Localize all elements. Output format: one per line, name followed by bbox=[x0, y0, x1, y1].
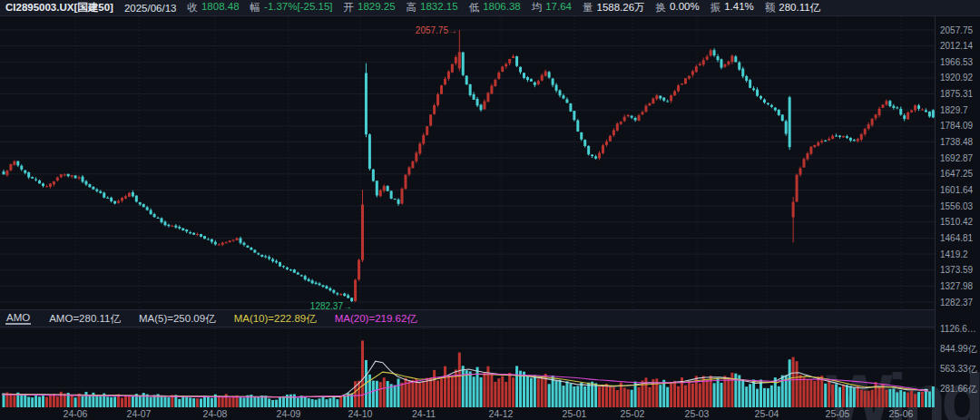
stat-value: 1832.15 bbox=[420, 1, 458, 15]
stat-label: 高 bbox=[407, 1, 417, 15]
price-axis-label: 1373.59 bbox=[940, 265, 973, 275]
price-axis-label: 1601.64 bbox=[940, 185, 973, 195]
stat-value: 0.00% bbox=[670, 1, 700, 15]
price-axis-label: 1419.2 bbox=[940, 249, 968, 259]
stat-value: 1806.38 bbox=[483, 1, 521, 15]
time-axis-label: 25-01 bbox=[563, 408, 587, 419]
price-axis-label: 1647.25 bbox=[940, 169, 973, 179]
stat-量: 量1588.26万 bbox=[583, 1, 645, 15]
time-axis-label: 24-11 bbox=[412, 408, 436, 419]
kline-chart[interactable] bbox=[0, 0, 980, 420]
stat-label: 额 bbox=[765, 1, 776, 15]
amo-value: MA(10)=222.89亿 bbox=[234, 312, 317, 326]
stat-振: 振1.41% bbox=[710, 1, 754, 15]
price-axis-label: 1966.53 bbox=[940, 57, 973, 67]
stat-label: 振 bbox=[710, 1, 721, 15]
price-axis-label: 1784.09 bbox=[940, 121, 973, 131]
stat-换: 换0.00% bbox=[656, 1, 700, 15]
header-bar: CI2895003.UX[国建50] 2025/06/13 收1808.48幅-… bbox=[0, 0, 980, 16]
volume-axis-label: 281.66亿 bbox=[940, 383, 977, 396]
price-axis-label: 2057.75 bbox=[940, 25, 973, 35]
price-axis-label: 1556.03 bbox=[940, 201, 973, 211]
price-axis-label: 1738.48 bbox=[940, 137, 973, 147]
stat-value: 1829.25 bbox=[358, 1, 396, 15]
price-axis-label: 1510.42 bbox=[940, 217, 973, 227]
stat-低: 低1806.38 bbox=[469, 1, 521, 15]
stat-value: 17.64 bbox=[545, 1, 572, 15]
price-axis-label: 1875.31 bbox=[940, 89, 973, 99]
amo-value: AMO=280.11亿 bbox=[49, 312, 121, 326]
time-axis-label: 24-12 bbox=[489, 408, 514, 419]
amo-values: AMO=280.11亿MA(5)=250.09亿MA(10)=222.89亿MA… bbox=[49, 312, 417, 326]
volume-axis-label: 844.99亿 bbox=[940, 343, 977, 356]
price-axis-label: 1327.98 bbox=[940, 281, 973, 291]
stat-value: 1588.26万 bbox=[597, 1, 645, 15]
stat-value: -1.37%[-25.15] bbox=[264, 1, 332, 15]
time-axis-label: 25-06 bbox=[889, 408, 914, 419]
amo-value: MA(5)=250.09亿 bbox=[139, 312, 216, 326]
amo-value: MA(20)=219.62亿 bbox=[335, 312, 417, 326]
low-price-annotation: 1282.37→ bbox=[310, 301, 352, 311]
stat-label: 均 bbox=[532, 1, 543, 15]
stat-额: 额280.11亿 bbox=[765, 1, 820, 15]
time-axis-label: 24-07 bbox=[127, 408, 152, 419]
trading-terminal-window: Wind CI2895003.UX[国建50] 2025/06/13 收1808… bbox=[0, 0, 980, 420]
time-axis-label: 25-02 bbox=[621, 408, 645, 419]
stat-开: 开1829.25 bbox=[343, 1, 395, 15]
price-axis-label: 1282.37 bbox=[940, 298, 973, 308]
amo-indicator-bar: AMO AMO=280.11亿MA(5)=250.09亿MA(10)=222.8… bbox=[0, 309, 935, 327]
quote-stats: 收1808.48幅-1.37%[-25.15]开1829.25高1832.15低… bbox=[187, 1, 820, 15]
stat-收: 收1808.48 bbox=[187, 1, 239, 15]
time-axis-label: 25-03 bbox=[685, 408, 710, 419]
stat-label: 收 bbox=[187, 1, 198, 15]
price-axis-label: 1920.92 bbox=[940, 73, 973, 83]
stat-label: 换 bbox=[656, 1, 667, 15]
stat-value: 280.11亿 bbox=[779, 1, 820, 15]
stat-value: 1.41% bbox=[724, 1, 754, 15]
stat-label: 低 bbox=[469, 1, 480, 15]
stat-均: 均17.64 bbox=[532, 1, 572, 15]
high-price-annotation: 2057.75→ bbox=[416, 25, 457, 35]
price-axis-label: 1829.7 bbox=[940, 105, 968, 115]
stat-value: 1808.48 bbox=[201, 1, 240, 15]
stat-高: 高1832.15 bbox=[407, 1, 458, 15]
stat-label: 开 bbox=[343, 1, 354, 15]
time-axis-label: 24-06 bbox=[64, 408, 88, 419]
volume-axis-label: 1126.6… bbox=[940, 324, 976, 334]
time-axis-label: 24-08 bbox=[203, 408, 228, 419]
stat-幅: 幅-1.37%[-25.15] bbox=[250, 1, 333, 15]
volume-axis-label: 563.33亿 bbox=[940, 363, 977, 376]
time-axis-label: 24-10 bbox=[348, 408, 373, 419]
instrument-code[interactable]: CI2895003.UX[国建50] bbox=[5, 1, 113, 15]
stat-label: 幅 bbox=[250, 1, 261, 15]
stat-label: 量 bbox=[583, 1, 593, 15]
time-axis-label: 25-05 bbox=[826, 408, 850, 419]
quote-date: 2025/06/13 bbox=[124, 3, 177, 14]
amo-tab[interactable]: AMO bbox=[5, 312, 31, 325]
time-axis-label: 25-04 bbox=[755, 408, 779, 419]
time-axis-label: 24-09 bbox=[277, 408, 301, 419]
price-axis-label: 2012.14 bbox=[940, 41, 973, 51]
price-axis-label: 1464.81 bbox=[940, 233, 973, 243]
price-axis-label: 1692.87 bbox=[940, 153, 973, 163]
